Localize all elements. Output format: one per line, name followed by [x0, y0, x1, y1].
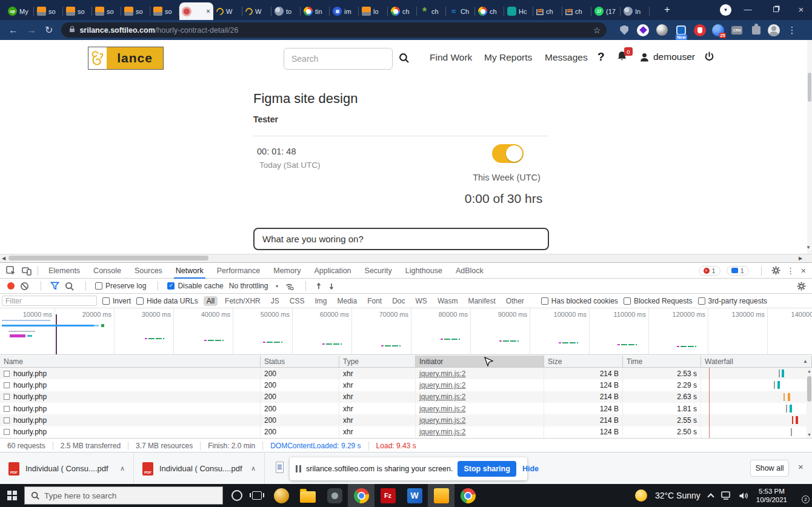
browser-tab[interactable]: to [271, 2, 301, 20]
network-request-row[interactable]: hourly.php 200 xhr jquery.min.js:2 214 B… [0, 414, 812, 426]
user-menu[interactable]: demouser [639, 51, 695, 62]
request-type-chip[interactable]: Manifest [465, 296, 498, 306]
taskbar-app[interactable] [454, 484, 481, 507]
column-header-type[interactable]: Type [339, 356, 416, 367]
browser-tab[interactable]: (17 [591, 2, 621, 20]
request-name-cell[interactable]: hourly.php [0, 391, 261, 403]
profile-avatar[interactable] [768, 24, 780, 36]
column-header-status[interactable]: Status [261, 356, 339, 367]
browser-tab[interactable]: ch [417, 2, 446, 20]
devtools-tab[interactable]: Elements [42, 263, 87, 279]
network-conditions-icon[interactable] [284, 282, 294, 291]
logout-power-icon[interactable] [704, 51, 714, 62]
taskbar-app[interactable] [295, 484, 321, 507]
extension-icon[interactable] [617, 24, 631, 37]
request-type-chip[interactable]: Font [364, 296, 385, 306]
devtools-tab[interactable]: Console [87, 263, 128, 279]
request-type-chip[interactable]: JS [268, 296, 282, 306]
disable-cache-checkbox[interactable]: Disable cache [167, 282, 223, 290]
blocked-requests-checkbox[interactable]: Blocked Requests [624, 297, 693, 305]
browser-tab[interactable]: ch [475, 2, 504, 20]
browser-tab[interactable]: Hc [504, 2, 533, 20]
taskbar-app[interactable] [428, 484, 454, 507]
devtools-close-icon[interactable]: × [801, 266, 806, 276]
browser-tab[interactable]: ch [388, 2, 417, 20]
devtools-tab[interactable]: Network [169, 263, 210, 279]
extension-icon[interactable] [730, 24, 744, 37]
browser-tab[interactable]: tin [301, 2, 330, 20]
extension-icon[interactable]: New [674, 24, 688, 37]
request-type-chip[interactable]: WS [413, 296, 430, 306]
page-vertical-scrollbar[interactable] [807, 40, 812, 254]
issues-badge[interactable]: 1 [727, 266, 749, 276]
request-name-cell[interactable]: hourly.php [0, 403, 261, 414]
browser-tab[interactable]: im [330, 2, 359, 20]
initiator-link[interactable]: jquery.min.js:2 [419, 405, 465, 413]
table-scroll-up-icon[interactable]: ▲ [807, 369, 812, 373]
back-button[interactable]: ← [8, 25, 18, 36]
network-filter-input[interactable] [2, 296, 97, 306]
show-all-downloads-button[interactable]: Show all [750, 460, 789, 477]
nav-messages[interactable]: Messages [545, 52, 588, 63]
browser-tab[interactable]: W [242, 2, 271, 20]
site-logo[interactable]: lance [88, 47, 164, 70]
network-request-row[interactable]: hourly.php 200 xhr jquery.min.js:2 124 B… [0, 403, 812, 414]
help-icon[interactable]: ? [597, 50, 605, 64]
device-toolbar-icon[interactable] [22, 266, 32, 276]
invert-checkbox[interactable]: Invert [102, 297, 131, 305]
devtools-settings-icon[interactable] [771, 266, 780, 275]
checkbox-unchecked[interactable] [95, 282, 102, 290]
request-type-chip[interactable]: Doc [389, 296, 408, 306]
request-type-chip[interactable]: Img [311, 296, 330, 306]
media-controls-button[interactable]: ▼ [720, 4, 731, 16]
cortana-button[interactable] [231, 490, 242, 501]
network-request-row[interactable]: hourly.php 200 xhr jquery.min.js:2 214 B… [0, 368, 812, 379]
scroll-right-arrow-icon[interactable]: ▶ [799, 256, 802, 261]
forward-button[interactable]: → [27, 25, 36, 36]
devtools-tab[interactable]: AdBlock [449, 263, 490, 279]
request-type-chip[interactable]: Fetch/XHR [222, 296, 264, 306]
task-view-button[interactable] [252, 491, 262, 500]
third-party-requests-checkbox[interactable]: 3rd-party requests [698, 297, 767, 305]
console-errors-badge[interactable]: ×1 [699, 266, 720, 276]
network-tray-icon[interactable] [721, 491, 731, 500]
preserve-log-checkbox[interactable]: Preserve log [95, 282, 146, 290]
throttling-dropdown[interactable]: No throttling▼ [229, 282, 279, 290]
taskbar-app[interactable] [321, 484, 348, 507]
download-item[interactable]: PDF Individual ( Consu....pdf ∧ [0, 452, 134, 485]
tab-close-icon[interactable]: × [206, 7, 210, 16]
browser-tab[interactable]: Ch [446, 2, 475, 20]
devtools-tab[interactable]: Lighthouse [399, 263, 449, 279]
window-minimize-button[interactable]: — [734, 0, 761, 18]
request-type-chip[interactable]: Media [334, 296, 360, 306]
page-horizontal-scroll-thumb[interactable] [8, 256, 208, 260]
initiator-link[interactable]: jquery.min.js:2 [419, 369, 465, 378]
browser-tab[interactable]: ch [562, 2, 591, 20]
notifications-bell-icon[interactable]: 0 [617, 51, 627, 61]
nav-find-work[interactable]: Find Work [430, 52, 472, 63]
request-type-chip[interactable]: Wasm [434, 296, 461, 306]
downloads-bar-close-icon[interactable]: × [798, 462, 804, 472]
stop-sharing-button[interactable]: Stop sharing [458, 461, 516, 477]
devtools-tab[interactable]: Memory [267, 263, 307, 279]
initiator-link[interactable]: jquery.min.js:2 [419, 381, 465, 389]
extension-icon[interactable]: 25 [712, 24, 724, 36]
column-header-waterfall[interactable]: Waterfall▲ [701, 356, 812, 367]
action-center-button[interactable]: 2 [795, 491, 807, 501]
request-type-chip[interactable]: All [204, 296, 218, 306]
nav-my-reports[interactable]: My Reports [484, 52, 532, 63]
taskbar-app[interactable]: W [401, 484, 428, 507]
network-request-row[interactable]: hourly.php 200 xhr jquery.min.js:2 214 B… [0, 391, 812, 403]
network-overview-timeline[interactable]: 10000 ms20000 ms30000 ms40000 ms50000 ms… [0, 308, 812, 355]
browser-tab[interactable]: In [621, 2, 650, 20]
taskbar-clock[interactable]: 5:53 PM10/9/2021 [756, 487, 787, 504]
request-type-chip[interactable]: Other [503, 296, 527, 306]
column-header-size[interactable]: Size [544, 356, 623, 367]
extension-icon[interactable] [750, 24, 763, 37]
table-scroll-down-icon[interactable]: ▼ [807, 432, 812, 437]
extension-icon[interactable] [694, 24, 706, 36]
sort-ascending-icon[interactable]: ▲ [803, 359, 808, 364]
bookmark-star-icon[interactable]: ☆ [593, 25, 601, 35]
network-request-row[interactable]: hourly.php 200 xhr jquery.min.js:2 124 B… [0, 426, 812, 438]
taskbar-search[interactable]: Type here to search [24, 486, 223, 505]
